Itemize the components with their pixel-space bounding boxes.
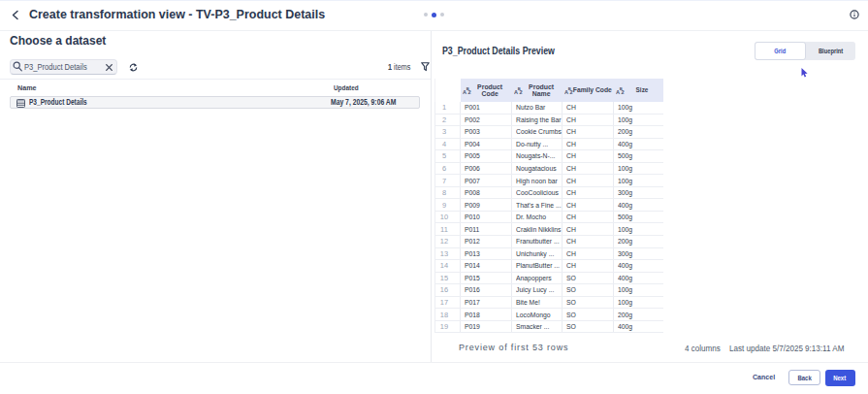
svg-text:2: 2	[467, 89, 470, 95]
svg-text:2: 2	[519, 89, 522, 95]
svg-text:2: 2	[621, 89, 624, 95]
